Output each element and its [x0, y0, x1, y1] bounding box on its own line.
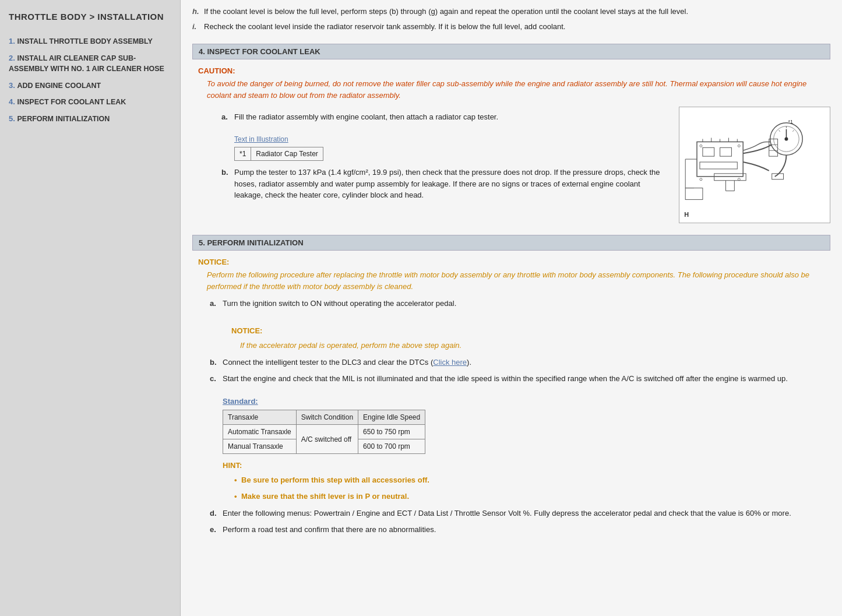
- hint-bullet-2: Make sure that the shift lever is in P o…: [234, 491, 830, 503]
- sidebar-item-1[interactable]: 1. INSTALL THROTTLE BODY ASSEMBLY: [9, 36, 171, 47]
- section5-step-e: e. Perform a road test and confirm that …: [210, 524, 830, 536]
- table-cell-manual-transaxle: Manual Transaxle: [223, 439, 297, 454]
- section4-steps: a. Fill the radiator assembly with engin…: [210, 107, 830, 223]
- hint-bullet-1: Be sure to perform this step with all ac…: [234, 474, 830, 487]
- sidebar-item-3-num: 3.: [9, 81, 15, 90]
- standard-label: Standard:: [223, 396, 830, 407]
- section5-header: 5. PERFORM INITIALIZATION: [192, 235, 830, 251]
- table-cell-manual-speed: 600 to 700 rpm: [358, 439, 425, 454]
- table-cell-auto-condition: A/C switched off: [296, 425, 358, 454]
- table-cell-auto-transaxle: Automatic Transaxle: [223, 425, 297, 439]
- table-body: Automatic Transaxle A/C switched off 650…: [223, 425, 425, 454]
- engine-svg: *1 H: [679, 107, 830, 223]
- sidebar-item-2[interactable]: 2. INSTALL AIR CLEANER CAP SUB-ASSEMBLY …: [9, 53, 171, 75]
- sidebar-item-5-label: PERFORM INITIALIZATION: [17, 115, 110, 123]
- sidebar-item-3-label: ADD ENGINE COOLANT: [17, 82, 101, 90]
- sidebar-item-2-num: 2.: [9, 54, 15, 62]
- svg-text:H: H: [684, 211, 689, 218]
- table-header-condition: Switch Condition: [296, 410, 358, 425]
- main-content: h. If the coolant level is below the ful…: [181, 0, 842, 616]
- page-title: THROTTLE BODY > INSTALLATION: [9, 12, 171, 22]
- section4-step-b: b. Pump the tester to 137 kPa (1.4 kgf/c…: [221, 167, 667, 201]
- svg-text:*1: *1: [788, 119, 792, 125]
- section4-steps-content: a. Fill the radiator assembly with engin…: [210, 107, 667, 206]
- section4-header: 4. INSPECT FOR COOLANT LEAK: [192, 44, 830, 59]
- step-b-pre: Connect the intelligent tester to the DL…: [223, 358, 433, 367]
- table-header-speed: Engine Idle Speed: [358, 410, 425, 425]
- sidebar-item-4-label: INSPECT FOR COOLANT LEAK: [17, 98, 126, 106]
- inner-notice-text: If the accelerator pedal is operated, pe…: [231, 340, 830, 351]
- sidebar-item-3[interactable]: 3. ADD ENGINE COOLANT: [9, 80, 171, 91]
- step-b-post: ).: [467, 358, 471, 367]
- sidebar-item-4[interactable]: 4. INSPECT FOR COOLANT LEAK: [9, 97, 171, 108]
- intro-list: h. If the coolant level is below the ful…: [192, 6, 830, 32]
- table-row-automatic: Automatic Transaxle A/C switched off 650…: [223, 425, 425, 439]
- table-cell-auto-speed: 650 to 750 rpm: [358, 425, 425, 439]
- illustration-key: *1: [235, 147, 251, 161]
- table-header-row: Transaxle Switch Condition Engine Idle S…: [223, 410, 425, 425]
- illustration-table-row: *1 Radiator Cap Tester: [235, 147, 323, 161]
- section5-step-b: b. Connect the intelligent tester to the…: [210, 357, 830, 368]
- section5-notice-text: Perform the following procedure after re…: [198, 269, 830, 292]
- section4-body: CAUTION: To avoid the danger of being bu…: [192, 66, 830, 223]
- intro-item-i: i. Recheck the coolant level inside the …: [192, 21, 830, 33]
- illustration-value: Radiator Cap Tester: [251, 147, 323, 161]
- section4-sub-list: a. Fill the radiator assembly with engin…: [221, 111, 667, 201]
- standard-table: Transaxle Switch Condition Engine Idle S…: [223, 410, 425, 454]
- click-here-link[interactable]: Click here: [433, 358, 467, 367]
- caution-text: To avoid the danger of being burned, do …: [198, 78, 830, 101]
- section4-step-a: a. Fill the radiator assembly with engin…: [221, 111, 667, 161]
- engine-illustration: *1 H: [679, 107, 830, 223]
- section5-step-a: a. Turn the ignition switch to ON withou…: [210, 298, 830, 351]
- sidebar-item-1-label: INSTALL THROTTLE BODY ASSEMBLY: [17, 37, 152, 45]
- section5-step-d: d. Enter the following menus: Powertrain…: [210, 508, 830, 519]
- svg-point-8: [784, 137, 788, 140]
- section5-sub-list: a. Turn the ignition switch to ON withou…: [210, 298, 830, 535]
- sidebar-nav: 1. INSTALL THROTTLE BODY ASSEMBLY 2. INS…: [9, 36, 171, 124]
- section5-notice-label: NOTICE:: [198, 258, 830, 266]
- section5-step-c: c. Start the engine and check that the M…: [210, 373, 830, 504]
- table-header-transaxle: Transaxle: [223, 410, 297, 425]
- hint-label: HINT:: [223, 460, 830, 471]
- sidebar-item-1-num: 1.: [9, 37, 15, 45]
- section5-body: NOTICE: Perform the following procedure …: [192, 258, 830, 535]
- sidebar-item-4-num: 4.: [9, 97, 15, 106]
- caution-label: CAUTION:: [198, 66, 830, 75]
- sidebar-item-2-label: INSTALL AIR CLEANER CAP SUB-ASSEMBLY WIT…: [9, 54, 164, 73]
- sidebar: THROTTLE BODY > INSTALLATION 1. INSTALL …: [0, 0, 181, 616]
- intro-item-h: h. If the coolant level is below the ful…: [192, 6, 830, 17]
- sidebar-item-5[interactable]: 5. PERFORM INITIALIZATION: [9, 114, 171, 125]
- sidebar-item-5-num: 5.: [9, 114, 15, 123]
- hint-bullets: Be sure to perform this step with all ac…: [234, 474, 830, 504]
- illustration-table: *1 Radiator Cap Tester: [234, 147, 323, 161]
- text-in-illustration-label: Text in Illustration: [234, 134, 667, 145]
- inner-notice-label: NOTICE:: [231, 325, 830, 337]
